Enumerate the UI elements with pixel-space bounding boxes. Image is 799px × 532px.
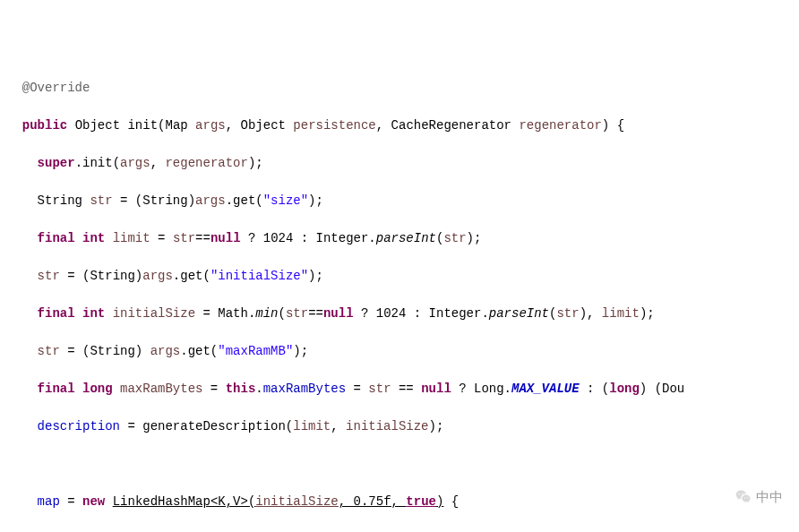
code-line: final int initialSize = Math.min(str==nu…	[7, 305, 792, 323]
code-line: str = (String)args.get("initialSize");	[7, 267, 792, 286]
code-line: public Object init(Map args, Object pers…	[7, 116, 792, 135]
code-line: super.init(args, regenerator);	[7, 154, 792, 173]
code-line	[7, 455, 792, 474]
code-line: String str = (String)args.get("size");	[7, 192, 792, 210]
code-line: final int limit = str==null ? 1024 : Int…	[7, 229, 792, 248]
keyword-public: public	[22, 118, 67, 133]
watermark-text: 中中	[756, 487, 783, 508]
code-line: final long maxRamBytes = this.maxRamByte…	[7, 380, 792, 399]
watermark: 中中	[735, 487, 783, 508]
wechat-icon	[735, 488, 752, 506]
annotation: @Override	[22, 81, 90, 95]
string-literal: "size"	[263, 193, 308, 208]
code-line: description = generateDescription(limit,…	[7, 417, 792, 436]
code-line: map = new LinkedHashMap<K,V>(initialSize…	[7, 493, 792, 511]
code-line: @Override	[7, 79, 792, 98]
keyword-super: super	[38, 156, 75, 170]
code-line: str = (String) args.get("maxRamMB");	[7, 342, 792, 361]
